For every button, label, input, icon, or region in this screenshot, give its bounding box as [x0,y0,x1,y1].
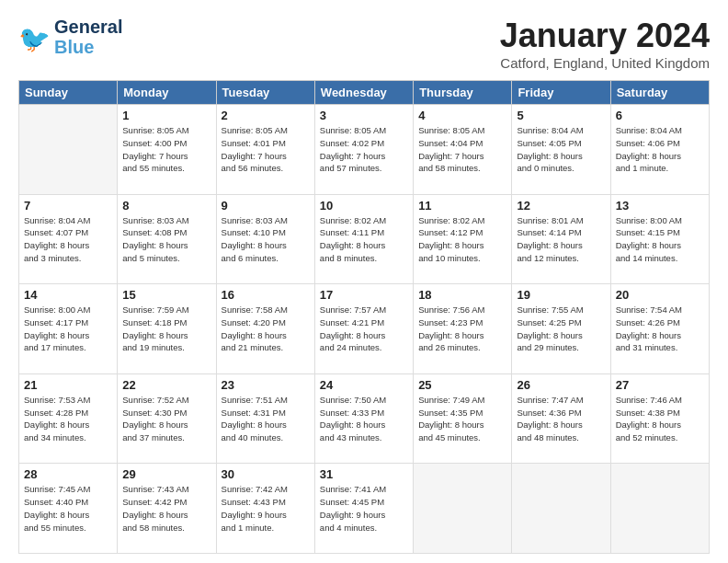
day-cell: 18Sunrise: 7:56 AM Sunset: 4:23 PM Dayli… [414,284,512,374]
day-number: 5 [517,109,605,122]
day-cell: 7Sunrise: 8:04 AM Sunset: 4:07 PM Daylig… [19,194,118,284]
day-number: 24 [320,378,408,392]
day-cell: 19Sunrise: 7:55 AM Sunset: 4:25 PM Dayli… [512,284,610,374]
day-info: Sunrise: 7:49 AM Sunset: 4:35 PM Dayligh… [418,394,506,444]
day-info: Sunrise: 7:54 AM Sunset: 4:26 PM Dayligh… [616,304,704,354]
day-number: 16 [222,288,310,302]
day-number: 18 [418,288,506,302]
day-info: Sunrise: 8:02 AM Sunset: 4:11 PM Dayligh… [320,214,408,265]
day-number: 10 [320,199,408,213]
day-number: 2 [222,109,310,122]
col-friday: Friday [512,81,610,105]
logo: 🐦 General Blue [18,17,122,57]
day-number: 21 [24,378,112,392]
day-info: Sunrise: 7:55 AM Sunset: 4:25 PM Dayligh… [517,304,605,354]
day-number: 4 [418,109,506,122]
day-info: Sunrise: 8:05 AM Sunset: 4:01 PM Dayligh… [222,124,310,175]
day-number: 23 [222,378,310,392]
day-cell [610,464,709,554]
col-monday: Monday [118,81,216,105]
day-info: Sunrise: 7:50 AM Sunset: 4:33 PM Dayligh… [320,394,408,444]
day-cell: 28Sunrise: 7:45 AM Sunset: 4:40 PM Dayli… [19,464,118,554]
day-info: Sunrise: 7:41 AM Sunset: 4:45 PM Dayligh… [320,483,408,534]
day-info: Sunrise: 7:58 AM Sunset: 4:20 PM Dayligh… [222,304,310,354]
col-saturday: Saturday [610,81,709,105]
week-row-4: 21Sunrise: 7:53 AM Sunset: 4:28 PM Dayli… [19,373,710,464]
day-info: Sunrise: 7:51 AM Sunset: 4:31 PM Dayligh… [222,394,310,444]
day-cell: 13Sunrise: 8:00 AM Sunset: 4:15 PM Dayli… [610,194,709,284]
day-cell: 6Sunrise: 8:04 AM Sunset: 4:06 PM Daylig… [610,105,709,195]
day-number: 27 [616,378,704,392]
day-number: 14 [24,288,112,302]
col-wednesday: Wednesday [314,81,413,105]
day-number: 11 [418,199,506,213]
day-cell: 24Sunrise: 7:50 AM Sunset: 4:33 PM Dayli… [314,373,413,464]
day-cell: 22Sunrise: 7:52 AM Sunset: 4:30 PM Dayli… [118,373,216,464]
day-cell: 29Sunrise: 7:43 AM Sunset: 4:42 PM Dayli… [118,464,216,554]
day-number: 19 [517,288,605,302]
logo-general: General [54,17,122,37]
day-info: Sunrise: 8:02 AM Sunset: 4:12 PM Dayligh… [418,214,506,265]
day-number: 13 [616,199,704,213]
day-info: Sunrise: 7:45 AM Sunset: 4:40 PM Dayligh… [24,483,112,534]
day-cell: 11Sunrise: 8:02 AM Sunset: 4:12 PM Dayli… [414,194,512,284]
day-cell: 27Sunrise: 7:46 AM Sunset: 4:38 PM Dayli… [610,373,709,464]
day-number: 30 [222,467,310,481]
day-cell: 15Sunrise: 7:59 AM Sunset: 4:18 PM Dayli… [118,284,216,374]
day-number: 22 [122,378,210,392]
day-info: Sunrise: 8:00 AM Sunset: 4:17 PM Dayligh… [24,304,112,354]
day-number: 12 [517,199,605,213]
day-info: Sunrise: 8:05 AM Sunset: 4:02 PM Dayligh… [320,124,408,175]
day-info: Sunrise: 8:00 AM Sunset: 4:15 PM Dayligh… [616,214,704,265]
day-cell: 8Sunrise: 8:03 AM Sunset: 4:08 PM Daylig… [118,194,216,284]
day-info: Sunrise: 7:47 AM Sunset: 4:36 PM Dayligh… [517,394,605,444]
day-info: Sunrise: 8:04 AM Sunset: 4:05 PM Dayligh… [517,124,605,175]
day-number: 15 [122,288,210,302]
day-cell: 26Sunrise: 7:47 AM Sunset: 4:36 PM Dayli… [512,373,610,464]
day-cell: 30Sunrise: 7:42 AM Sunset: 4:43 PM Dayli… [216,464,314,554]
day-info: Sunrise: 8:04 AM Sunset: 4:06 PM Dayligh… [616,124,704,175]
day-number: 1 [122,109,210,122]
day-info: Sunrise: 7:46 AM Sunset: 4:38 PM Dayligh… [616,394,704,444]
day-number: 25 [418,378,506,392]
day-info: Sunrise: 8:05 AM Sunset: 4:04 PM Dayligh… [418,124,506,175]
week-row-2: 7Sunrise: 8:04 AM Sunset: 4:07 PM Daylig… [19,194,710,284]
week-row-5: 28Sunrise: 7:45 AM Sunset: 4:40 PM Dayli… [19,464,710,554]
day-info: Sunrise: 8:03 AM Sunset: 4:08 PM Dayligh… [122,214,210,265]
day-number: 7 [24,199,112,213]
header-row: Sunday Monday Tuesday Wednesday Thursday… [19,81,710,105]
logo-text: General Blue [54,17,122,57]
day-cell [414,464,512,554]
day-cell: 21Sunrise: 7:53 AM Sunset: 4:28 PM Dayli… [19,373,118,464]
calendar-body: 1Sunrise: 8:05 AM Sunset: 4:00 PM Daylig… [19,105,710,554]
day-info: Sunrise: 7:42 AM Sunset: 4:43 PM Dayligh… [222,483,310,534]
day-number: 8 [122,199,210,213]
day-cell: 31Sunrise: 7:41 AM Sunset: 4:45 PM Dayli… [314,464,413,554]
day-cell: 12Sunrise: 8:01 AM Sunset: 4:14 PM Dayli… [512,194,610,284]
calendar-table: Sunday Monday Tuesday Wednesday Thursday… [18,80,710,554]
day-number: 26 [517,378,605,392]
day-info: Sunrise: 8:03 AM Sunset: 4:10 PM Dayligh… [222,214,310,265]
day-number: 28 [24,467,112,481]
day-number: 20 [616,288,704,302]
day-cell [19,105,118,195]
day-cell: 5Sunrise: 8:04 AM Sunset: 4:05 PM Daylig… [512,105,610,195]
bird-icon: 🐦 [18,24,51,54]
day-info: Sunrise: 7:57 AM Sunset: 4:21 PM Dayligh… [320,304,408,354]
day-cell: 17Sunrise: 7:57 AM Sunset: 4:21 PM Dayli… [314,284,413,374]
day-cell: 20Sunrise: 7:54 AM Sunset: 4:26 PM Dayli… [610,284,709,374]
day-number: 9 [222,199,310,213]
day-number: 31 [320,467,408,481]
day-info: Sunrise: 7:52 AM Sunset: 4:30 PM Dayligh… [122,394,210,444]
title-block: January 2024 Catford, England, United Ki… [500,17,710,71]
header: 🐦 General Blue January 2024 Catford, Eng… [18,17,710,71]
day-number: 29 [122,467,210,481]
day-number: 17 [320,288,408,302]
day-info: Sunrise: 7:43 AM Sunset: 4:42 PM Dayligh… [122,483,210,534]
day-cell: 1Sunrise: 8:05 AM Sunset: 4:00 PM Daylig… [118,105,216,195]
day-info: Sunrise: 8:04 AM Sunset: 4:07 PM Dayligh… [24,214,112,265]
day-number: 3 [320,109,408,122]
day-cell: 25Sunrise: 7:49 AM Sunset: 4:35 PM Dayli… [414,373,512,464]
day-cell: 23Sunrise: 7:51 AM Sunset: 4:31 PM Dayli… [216,373,314,464]
calendar-subtitle: Catford, England, United Kingdom [500,55,710,71]
